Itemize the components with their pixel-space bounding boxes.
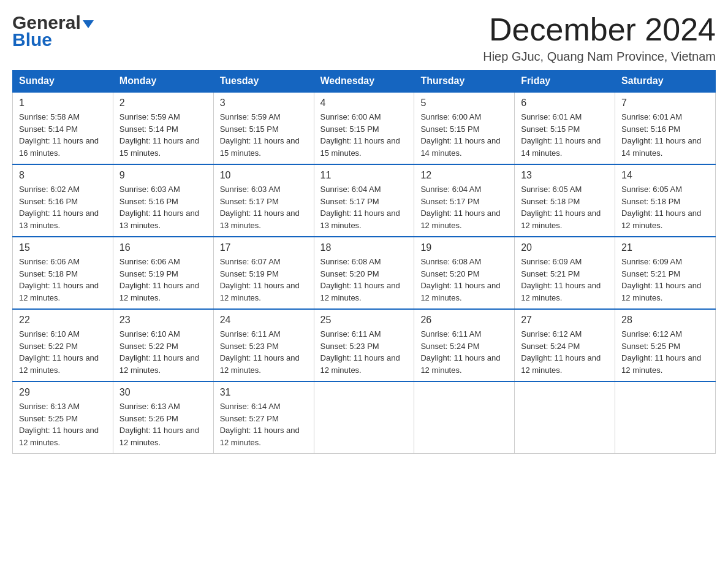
table-row: 27 Sunrise: 6:12 AM Sunset: 5:24 PM Dayl…: [515, 309, 615, 381]
table-row: [314, 381, 414, 454]
day-info: Sunrise: 6:09 AM Sunset: 5:21 PM Dayligh…: [521, 256, 609, 304]
day-number: 11: [320, 170, 408, 181]
day-number: 18: [320, 242, 408, 253]
day-info: Sunrise: 6:01 AM Sunset: 5:16 PM Dayligh…: [621, 111, 709, 159]
day-info: Sunrise: 6:08 AM Sunset: 5:20 PM Dayligh…: [320, 256, 408, 304]
day-number: 31: [220, 387, 308, 398]
header-thursday: Thursday: [414, 71, 515, 93]
table-row: 25 Sunrise: 6:11 AM Sunset: 5:23 PM Dayl…: [314, 309, 414, 381]
day-info: Sunrise: 6:04 AM Sunset: 5:17 PM Dayligh…: [420, 183, 508, 231]
day-number: 19: [420, 242, 508, 253]
table-row: 9 Sunrise: 6:03 AM Sunset: 5:16 PM Dayli…: [113, 164, 213, 237]
day-info: Sunrise: 6:09 AM Sunset: 5:21 PM Dayligh…: [621, 256, 709, 304]
table-row: 28 Sunrise: 6:12 AM Sunset: 5:25 PM Dayl…: [615, 309, 716, 381]
day-number: 15: [19, 242, 107, 253]
day-info: Sunrise: 6:12 AM Sunset: 5:25 PM Dayligh…: [621, 328, 709, 376]
day-info: Sunrise: 6:11 AM Sunset: 5:23 PM Dayligh…: [220, 328, 308, 376]
table-row: 13 Sunrise: 6:05 AM Sunset: 5:18 PM Dayl…: [515, 164, 615, 237]
table-row: 5 Sunrise: 6:00 AM Sunset: 5:15 PM Dayli…: [414, 92, 515, 164]
location: Hiep GJuc, Quang Nam Province, Vietnam: [483, 50, 716, 64]
day-number: 14: [621, 170, 709, 181]
calendar-header-row: Sunday Monday Tuesday Wednesday Thursday…: [13, 71, 716, 93]
day-number: 10: [220, 170, 308, 181]
table-row: 15 Sunrise: 6:06 AM Sunset: 5:18 PM Dayl…: [13, 237, 113, 309]
day-number: 30: [119, 387, 207, 398]
table-row: 18 Sunrise: 6:08 AM Sunset: 5:20 PM Dayl…: [314, 237, 414, 309]
table-row: [414, 381, 515, 454]
day-info: Sunrise: 6:02 AM Sunset: 5:16 PM Dayligh…: [19, 183, 107, 231]
day-info: Sunrise: 5:59 AM Sunset: 5:14 PM Dayligh…: [119, 111, 207, 159]
calendar-table: Sunday Monday Tuesday Wednesday Thursday…: [12, 70, 716, 454]
table-row: 14 Sunrise: 6:05 AM Sunset: 5:18 PM Dayl…: [615, 164, 716, 237]
day-info: Sunrise: 6:13 AM Sunset: 5:26 PM Dayligh…: [119, 400, 207, 448]
day-number: 9: [119, 170, 207, 181]
table-row: 20 Sunrise: 6:09 AM Sunset: 5:21 PM Dayl…: [515, 237, 615, 309]
table-row: 2 Sunrise: 5:59 AM Sunset: 5:14 PM Dayli…: [113, 92, 213, 164]
calendar-week-row: 15 Sunrise: 6:06 AM Sunset: 5:18 PM Dayl…: [13, 237, 716, 309]
day-number: 26: [420, 315, 508, 326]
day-number: 20: [521, 242, 609, 253]
table-row: 10 Sunrise: 6:03 AM Sunset: 5:17 PM Dayl…: [213, 164, 314, 237]
calendar-week-row: 29 Sunrise: 6:13 AM Sunset: 5:25 PM Dayl…: [13, 381, 716, 454]
header-sunday: Sunday: [13, 71, 113, 93]
day-info: Sunrise: 6:10 AM Sunset: 5:22 PM Dayligh…: [19, 328, 107, 376]
table-row: 29 Sunrise: 6:13 AM Sunset: 5:25 PM Dayl…: [13, 381, 113, 454]
header-monday: Monday: [113, 71, 213, 93]
day-info: Sunrise: 6:05 AM Sunset: 5:18 PM Dayligh…: [621, 183, 709, 231]
header-saturday: Saturday: [615, 71, 716, 93]
table-row: [515, 381, 615, 454]
day-info: Sunrise: 6:14 AM Sunset: 5:27 PM Dayligh…: [220, 400, 308, 448]
table-row: 24 Sunrise: 6:11 AM Sunset: 5:23 PM Dayl…: [213, 309, 314, 381]
day-info: Sunrise: 6:11 AM Sunset: 5:24 PM Dayligh…: [420, 328, 508, 376]
table-row: 23 Sunrise: 6:10 AM Sunset: 5:22 PM Dayl…: [113, 309, 213, 381]
table-row: [615, 381, 716, 454]
title-section: December 2024 Hiep GJuc, Quang Nam Provi…: [483, 12, 716, 64]
table-row: 17 Sunrise: 6:07 AM Sunset: 5:19 PM Dayl…: [213, 237, 314, 309]
day-info: Sunrise: 6:05 AM Sunset: 5:18 PM Dayligh…: [521, 183, 609, 231]
table-row: 26 Sunrise: 6:11 AM Sunset: 5:24 PM Dayl…: [414, 309, 515, 381]
day-info: Sunrise: 6:08 AM Sunset: 5:20 PM Dayligh…: [420, 256, 508, 304]
logo-blue: Blue: [12, 29, 52, 50]
day-number: 13: [521, 170, 609, 181]
table-row: 6 Sunrise: 6:01 AM Sunset: 5:15 PM Dayli…: [515, 92, 615, 164]
day-number: 1: [19, 98, 107, 109]
day-number: 3: [220, 98, 308, 109]
table-row: 8 Sunrise: 6:02 AM Sunset: 5:16 PM Dayli…: [13, 164, 113, 237]
day-number: 28: [621, 315, 709, 326]
day-number: 25: [320, 315, 408, 326]
table-row: 21 Sunrise: 6:09 AM Sunset: 5:21 PM Dayl…: [615, 237, 716, 309]
table-row: 12 Sunrise: 6:04 AM Sunset: 5:17 PM Dayl…: [414, 164, 515, 237]
day-info: Sunrise: 5:59 AM Sunset: 5:15 PM Dayligh…: [220, 111, 308, 159]
calendar-week-row: 1 Sunrise: 5:58 AM Sunset: 5:14 PM Dayli…: [13, 92, 716, 164]
day-info: Sunrise: 6:06 AM Sunset: 5:18 PM Dayligh…: [19, 256, 107, 304]
header-wednesday: Wednesday: [314, 71, 414, 93]
day-number: 5: [420, 98, 508, 109]
day-info: Sunrise: 6:03 AM Sunset: 5:16 PM Dayligh…: [119, 183, 207, 231]
table-row: 11 Sunrise: 6:04 AM Sunset: 5:17 PM Dayl…: [314, 164, 414, 237]
day-info: Sunrise: 6:03 AM Sunset: 5:17 PM Dayligh…: [220, 183, 308, 231]
calendar-week-row: 8 Sunrise: 6:02 AM Sunset: 5:16 PM Dayli…: [13, 164, 716, 237]
table-row: 16 Sunrise: 6:06 AM Sunset: 5:19 PM Dayl…: [113, 237, 213, 309]
day-info: Sunrise: 6:04 AM Sunset: 5:17 PM Dayligh…: [320, 183, 408, 231]
day-number: 2: [119, 98, 207, 109]
table-row: 19 Sunrise: 6:08 AM Sunset: 5:20 PM Dayl…: [414, 237, 515, 309]
day-info: Sunrise: 6:07 AM Sunset: 5:19 PM Dayligh…: [220, 256, 308, 304]
day-number: 23: [119, 315, 207, 326]
day-number: 16: [119, 242, 207, 253]
table-row: 3 Sunrise: 5:59 AM Sunset: 5:15 PM Dayli…: [213, 92, 314, 164]
day-info: Sunrise: 5:58 AM Sunset: 5:14 PM Dayligh…: [19, 111, 107, 159]
day-info: Sunrise: 6:06 AM Sunset: 5:19 PM Dayligh…: [119, 256, 207, 304]
table-row: 22 Sunrise: 6:10 AM Sunset: 5:22 PM Dayl…: [13, 309, 113, 381]
day-info: Sunrise: 6:13 AM Sunset: 5:25 PM Dayligh…: [19, 400, 107, 448]
logo: General Blue: [12, 12, 94, 50]
table-row: 1 Sunrise: 5:58 AM Sunset: 5:14 PM Dayli…: [13, 92, 113, 164]
day-number: 7: [621, 98, 709, 109]
day-info: Sunrise: 6:12 AM Sunset: 5:24 PM Dayligh…: [521, 328, 609, 376]
day-number: 21: [621, 242, 709, 253]
table-row: 7 Sunrise: 6:01 AM Sunset: 5:16 PM Dayli…: [615, 92, 716, 164]
logo-triangle-icon: [83, 20, 94, 28]
table-row: 30 Sunrise: 6:13 AM Sunset: 5:26 PM Dayl…: [113, 381, 213, 454]
page-header: General Blue December 2024 Hiep GJuc, Qu…: [12, 12, 716, 64]
day-info: Sunrise: 6:00 AM Sunset: 5:15 PM Dayligh…: [320, 111, 408, 159]
table-row: 4 Sunrise: 6:00 AM Sunset: 5:15 PM Dayli…: [314, 92, 414, 164]
